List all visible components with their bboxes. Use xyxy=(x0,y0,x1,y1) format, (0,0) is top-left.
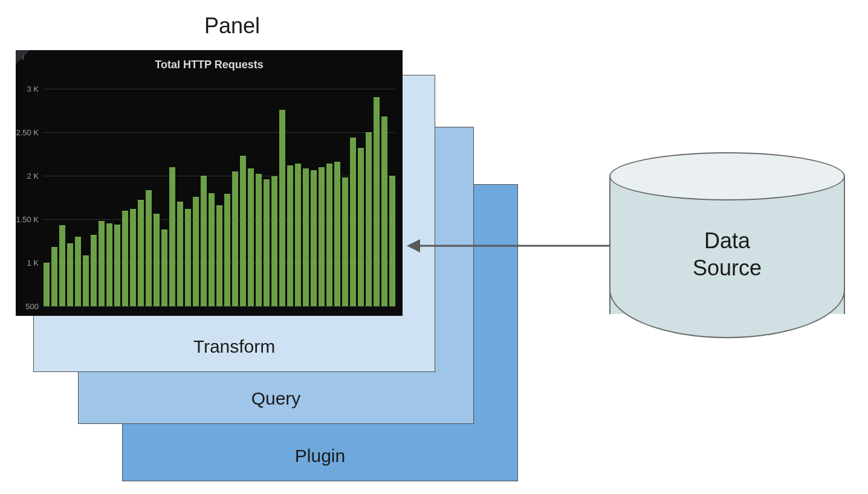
chart-bar xyxy=(216,205,222,306)
chart-bar xyxy=(146,190,152,306)
chart-bar xyxy=(193,197,199,306)
chart-bar xyxy=(374,97,380,306)
chart-gridline xyxy=(44,306,395,307)
chart-bar xyxy=(381,117,387,306)
chart-bar xyxy=(264,179,270,306)
chart-title: Total HTTP Requests xyxy=(16,50,403,71)
arrow-data-to-panel xyxy=(407,240,609,251)
chart-bar xyxy=(106,223,112,306)
layer-transform-label: Transform xyxy=(193,336,276,357)
chart-bar xyxy=(75,237,81,306)
chart-bar xyxy=(99,221,105,306)
arrow-line xyxy=(418,245,609,247)
chart-bar xyxy=(311,170,317,306)
data-source-label: Data Source xyxy=(609,152,845,338)
y-tick-label: 2 K xyxy=(27,172,44,181)
architecture-diagram: Panel Plugin Query Transform i Total HTT… xyxy=(0,0,868,494)
layer-plugin-label: Plugin xyxy=(295,446,345,466)
layer-query-label: Query xyxy=(251,388,301,409)
chart-bar xyxy=(122,211,128,306)
chart-bar xyxy=(138,200,144,306)
chart-bar xyxy=(67,243,73,306)
chart-bar xyxy=(44,263,50,306)
chart-bar xyxy=(83,255,89,306)
chart-bar xyxy=(59,225,65,306)
y-tick-label: 1 K xyxy=(27,258,44,268)
chart-bar xyxy=(248,168,254,306)
chart-panel: i Total HTTP Requests 5001 K1.50 K2 K2.5… xyxy=(16,50,403,316)
chart-bar xyxy=(185,209,191,306)
chart-bar xyxy=(358,148,364,306)
chart-bar xyxy=(201,176,207,306)
chart-bar xyxy=(287,165,293,306)
data-source-cylinder: Data Source xyxy=(609,152,845,338)
chart-bar xyxy=(177,202,183,306)
chart-bar xyxy=(154,214,160,306)
y-tick-label: 500 xyxy=(25,302,44,311)
chart-bar xyxy=(91,235,97,306)
chart-plot-area xyxy=(44,89,395,306)
chart-bar xyxy=(232,172,238,306)
chart-bar xyxy=(319,167,325,306)
y-tick-label: 3 K xyxy=(27,85,44,94)
chart-bar xyxy=(271,176,277,306)
arrow-head-icon xyxy=(407,239,420,252)
chart-bar xyxy=(334,162,340,306)
chart-bar xyxy=(366,132,372,306)
chart-bar xyxy=(224,194,230,306)
chart-bar xyxy=(389,176,395,306)
chart-bar xyxy=(51,247,57,306)
chart-bars xyxy=(44,89,395,306)
chart-bar xyxy=(303,168,309,306)
chart-bar xyxy=(295,164,301,306)
y-tick-label: 2.50 K xyxy=(16,128,44,137)
chart-bar xyxy=(256,174,262,306)
panel-heading: Panel xyxy=(204,13,260,39)
chart-bar xyxy=(342,178,348,306)
chart-bar xyxy=(114,225,120,306)
chart-bar xyxy=(169,167,175,306)
chart-bar xyxy=(161,229,167,306)
chart-bar xyxy=(209,193,215,306)
chart-bar xyxy=(130,209,136,306)
chart-bar xyxy=(240,156,246,306)
info-icon: i xyxy=(16,50,30,65)
chart-bar xyxy=(350,138,356,306)
y-tick-label: 1.50 K xyxy=(16,215,44,224)
chart-bar xyxy=(279,110,285,306)
chart-bar xyxy=(326,164,332,306)
